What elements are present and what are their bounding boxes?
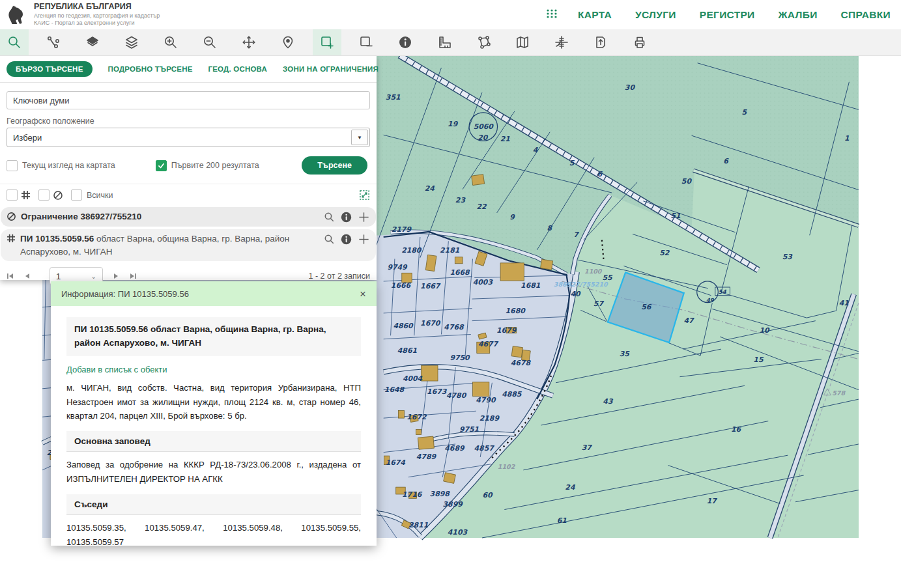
add-result-icon[interactable] [358, 233, 370, 245]
map-parcel-label: 1666 [391, 281, 412, 290]
map-parcel-label: 351 [386, 93, 401, 102]
map-parcel-label: 24 [425, 184, 435, 193]
add-to-object-list-link[interactable]: Добави в списък с обекти [66, 365, 167, 374]
result-info-icon[interactable] [341, 234, 352, 245]
parcel-grid-icon [7, 234, 16, 243]
map-parcel-label: 17 [707, 497, 718, 505]
info-tool-icon[interactable] [391, 29, 420, 55]
first200-label: Първите 200 резултата [171, 161, 259, 170]
map-parcel-label: 16 [731, 425, 742, 434]
result-row-parcel[interactable]: ПИ 10135.5059.56 област Варна, община Ва… [1, 229, 376, 261]
map-parcel-label: 15 [753, 356, 764, 364]
map-parcel-label: 43 [603, 397, 614, 406]
result-info-icon[interactable] [341, 212, 352, 223]
map-parcel-label: 4857 [474, 444, 495, 453]
result-filter-row: Всички [0, 184, 377, 204]
first-page-button[interactable] [7, 272, 14, 280]
map-parcel-label: 49 [706, 297, 715, 303]
map-parcel-label: 1672 [407, 413, 427, 421]
nav-spravki[interactable]: СПРАВКИ [841, 9, 891, 21]
prev-page-button[interactable] [23, 272, 31, 280]
keywords-input[interactable] [7, 91, 370, 109]
nav-uslugi[interactable]: УСЛУГИ [635, 9, 676, 21]
search-tool-button[interactable] [0, 29, 29, 55]
map-parcel-label: 2189 [479, 414, 500, 423]
map-parcel-label: 47 [683, 316, 694, 325]
first200-checkbox[interactable] [156, 160, 167, 171]
geo-position-select[interactable]: Избери ▼ [7, 128, 370, 147]
result-row-restriction[interactable]: Ограничение 386927/755210 [1, 207, 376, 227]
apps-grid-icon[interactable] [545, 7, 558, 23]
map-parcel-label: 19 [448, 120, 459, 128]
chevron-down-icon: ⌄ [91, 273, 96, 280]
map-parcel-label: 2180 [401, 246, 422, 255]
info-panel-header: Информация: ПИ 10135.5059.56 × [51, 281, 377, 306]
map-parcel-label: 1674 [386, 458, 406, 467]
map-parcel-label: 4768 [444, 323, 465, 331]
records-summary: 1 - 2 от 2 записи [309, 272, 370, 281]
print-icon[interactable] [625, 29, 654, 55]
main-nav: КАРТА УСЛУГИ РЕГИСТРИ ЖАЛБИ СПРАВКИ [545, 7, 901, 23]
tab-restriction-zones[interactable]: ЗОНИ НА ОГРАНИЧЕНИЯ [283, 65, 379, 73]
map-parcel-label: 4004 [403, 374, 423, 383]
parcel-info-panel: Информация: ПИ 10135.5059.56 × ПИ 10135.… [51, 281, 377, 546]
layers-icon[interactable] [78, 29, 107, 55]
app-header: РЕПУБЛИКА БЪЛГАРИЯ Агенция по геодезия, … [0, 0, 901, 29]
zoom-to-results-icon[interactable] [359, 189, 370, 201]
parcel-heading: ПИ 10135.5059.56 област Варна, община Ва… [66, 317, 361, 356]
chevron-down-icon[interactable]: ▼ [351, 130, 368, 145]
map-parcel-label: 40 [571, 290, 582, 298]
map-parcel-label: 1100 [584, 268, 603, 275]
locate-pin-icon[interactable] [274, 29, 302, 55]
close-icon[interactable]: × [360, 288, 366, 300]
coordinate-system-icon[interactable] [547, 29, 576, 55]
nav-zhalbi[interactable]: ЖАЛБИ [779, 9, 818, 21]
zoom-out-icon[interactable] [195, 29, 224, 55]
search-button[interactable]: Търсене [302, 156, 367, 175]
zoom-to-result-icon[interactable] [324, 234, 335, 245]
select-features-icon[interactable] [39, 29, 68, 55]
map-parcel-label: 54 [719, 288, 727, 295]
zoom-in-icon[interactable] [156, 29, 185, 55]
result-restriction-label: Ограничение 386927/755210 [21, 212, 141, 221]
search-tabs: БЪРЗО ТЪРСЕНЕ ПОДРОБНО ТЪРСЕНЕ ГЕОД. ОСН… [0, 55, 377, 83]
export-icon[interactable] [586, 29, 615, 55]
all-filter-checkbox[interactable] [71, 189, 82, 201]
layer-order-icon[interactable] [117, 29, 146, 55]
nav-karta[interactable]: КАРТА [578, 9, 612, 21]
pan-icon[interactable] [235, 29, 263, 55]
measure-area-icon[interactable] [469, 29, 498, 55]
map-parcel-label: 1681 [521, 281, 541, 290]
restrictions-filter-checkbox[interactable] [38, 189, 50, 201]
add-result-icon[interactable] [358, 211, 370, 223]
all-filter-label: Всички [87, 191, 113, 200]
restriction-icon [53, 190, 63, 201]
map-parcel-label: 4103 [448, 528, 468, 537]
tab-detailed-search[interactable]: ПОДРОБНО ТЪРСЕНЕ [108, 65, 193, 73]
map-parcel-label: 1679 [496, 326, 517, 335]
map-parcel-label: 2181 [440, 246, 460, 255]
map-sheets-icon[interactable] [508, 29, 537, 55]
map-parcel-label: 30 [625, 83, 636, 92]
zoom-to-result-icon[interactable] [324, 212, 335, 223]
map-parcel-label: 52 [659, 249, 670, 257]
map-parcel-label: 4861 [397, 346, 418, 355]
current-view-checkbox[interactable] [7, 160, 18, 171]
map-toolbar [0, 29, 901, 56]
select-add-icon[interactable] [313, 29, 341, 55]
neighbors-section-heading: Съседи [66, 494, 361, 515]
measure-length-icon[interactable] [430, 29, 459, 55]
map-parcel-label: 1102 [498, 463, 516, 470]
last-page-button[interactable] [129, 272, 137, 280]
map-parcel-label: 50 [681, 177, 693, 186]
search-panel: БЪРЗО ТЪРСЕНЕ ПОДРОБНО ТЪРСЕНЕ ГЕОД. ОСН… [0, 55, 377, 280]
tab-geodetic-basis[interactable]: ГЕОД. ОСНОВА [208, 65, 268, 73]
results-list: Ограничение 386927/755210 ПИ 10135.5059.… [0, 207, 377, 261]
select-remove-icon[interactable] [352, 29, 380, 55]
next-page-button[interactable] [112, 272, 120, 280]
parcels-filter-checkbox[interactable] [7, 189, 18, 201]
map-parcel-label: 4003 [473, 278, 494, 287]
map-parcel-label: 41 [839, 299, 850, 307]
nav-registri[interactable]: РЕГИСТРИ [700, 9, 755, 21]
tab-quick-search[interactable]: БЪРЗО ТЪРСЕНЕ [7, 61, 93, 77]
